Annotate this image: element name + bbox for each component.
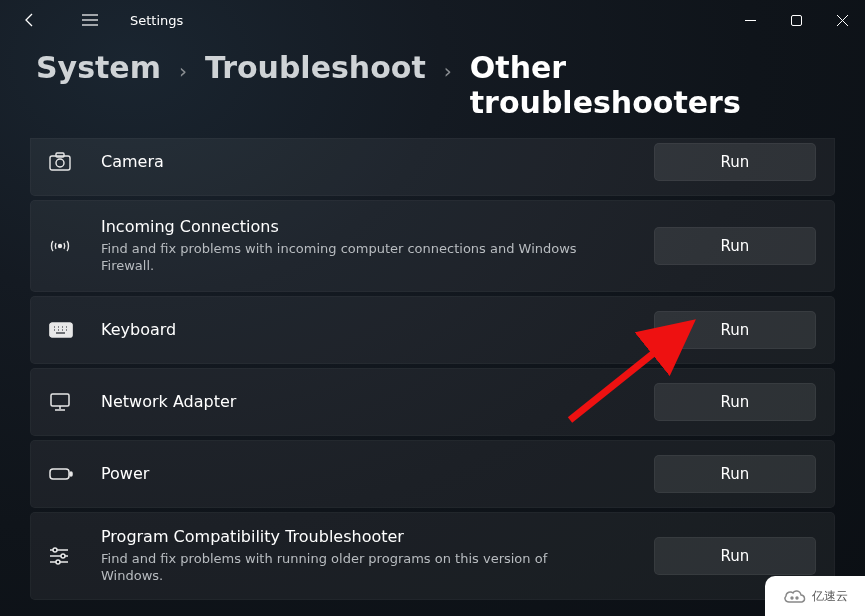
battery-icon	[49, 467, 87, 481]
run-button-network-adapter[interactable]: Run	[654, 383, 816, 421]
troubleshooter-card-program-compat[interactable]: Program Compatibility Troubleshooter Fin…	[30, 512, 835, 600]
keyboard-icon	[49, 322, 87, 338]
troubleshooter-card-network-adapter[interactable]: Network Adapter Run	[30, 368, 835, 436]
back-button[interactable]	[10, 0, 50, 40]
run-button-incoming-connections[interactable]: Run	[654, 227, 816, 265]
hamburger-icon	[82, 14, 98, 26]
troubleshooter-title: Power	[101, 464, 640, 485]
troubleshooter-title: Network Adapter	[101, 392, 640, 413]
close-icon	[837, 15, 848, 26]
camera-icon	[49, 152, 87, 172]
nav-menu-button[interactable]	[70, 0, 110, 40]
sliders-icon	[49, 547, 87, 565]
cloud-icon	[782, 587, 808, 605]
troubleshooter-title: Program Compatibility Troubleshooter	[101, 527, 640, 548]
troubleshooter-card-incoming-connections[interactable]: Incoming Connections Find and fix proble…	[30, 200, 835, 292]
title-bar: Settings	[0, 0, 865, 40]
troubleshooter-desc: Find and fix problems with running older…	[101, 550, 601, 585]
breadcrumb-troubleshoot[interactable]: Troubleshoot	[205, 50, 426, 85]
svg-point-35	[791, 597, 793, 599]
maximize-icon	[791, 15, 802, 26]
breadcrumb: System › Troubleshoot › Other troublesho…	[0, 40, 865, 138]
svg-point-8	[56, 159, 64, 167]
chevron-right-icon: ›	[444, 59, 452, 83]
svg-rect-9	[56, 153, 64, 157]
troubleshooter-desc: Find and fix problems with incoming comp…	[101, 240, 601, 275]
breadcrumb-system[interactable]: System	[36, 50, 161, 85]
svg-point-36	[796, 597, 798, 599]
troubleshooter-title: Incoming Connections	[101, 217, 640, 238]
close-button[interactable]	[819, 2, 865, 38]
svg-rect-4	[791, 15, 801, 25]
watermark: 亿速云	[765, 576, 865, 616]
svg-rect-11	[50, 323, 72, 337]
svg-point-28	[53, 548, 57, 552]
watermark-text: 亿速云	[812, 588, 848, 605]
breadcrumb-current: Other troubleshooters	[470, 50, 829, 120]
minimize-button[interactable]	[727, 2, 773, 38]
antenna-icon	[49, 236, 87, 256]
svg-rect-26	[70, 472, 72, 476]
monitor-icon	[49, 392, 87, 412]
back-arrow-icon	[22, 12, 38, 28]
svg-rect-25	[50, 469, 69, 479]
run-button-power[interactable]: Run	[654, 455, 816, 493]
svg-point-32	[56, 560, 60, 564]
window-caption-buttons	[727, 2, 865, 38]
svg-point-10	[59, 245, 62, 248]
run-button-keyboard[interactable]: Run	[654, 311, 816, 349]
svg-rect-22	[51, 394, 69, 406]
troubleshooter-card-keyboard[interactable]: Keyboard Run	[30, 296, 835, 364]
troubleshooter-list: Camera Run Incoming Connections Find and…	[0, 138, 865, 600]
svg-point-30	[61, 554, 65, 558]
minimize-icon	[745, 15, 756, 26]
run-button-camera[interactable]: Run	[654, 143, 816, 181]
troubleshooter-title: Keyboard	[101, 320, 640, 341]
troubleshooter-card-power[interactable]: Power Run	[30, 440, 835, 508]
svg-rect-7	[50, 156, 70, 170]
maximize-button[interactable]	[773, 2, 819, 38]
run-button-program-compat[interactable]: Run	[654, 537, 816, 575]
app-title: Settings	[130, 13, 183, 28]
troubleshooter-card-camera[interactable]: Camera Run	[30, 138, 835, 196]
troubleshooter-title: Camera	[101, 152, 640, 173]
chevron-right-icon: ›	[179, 59, 187, 83]
